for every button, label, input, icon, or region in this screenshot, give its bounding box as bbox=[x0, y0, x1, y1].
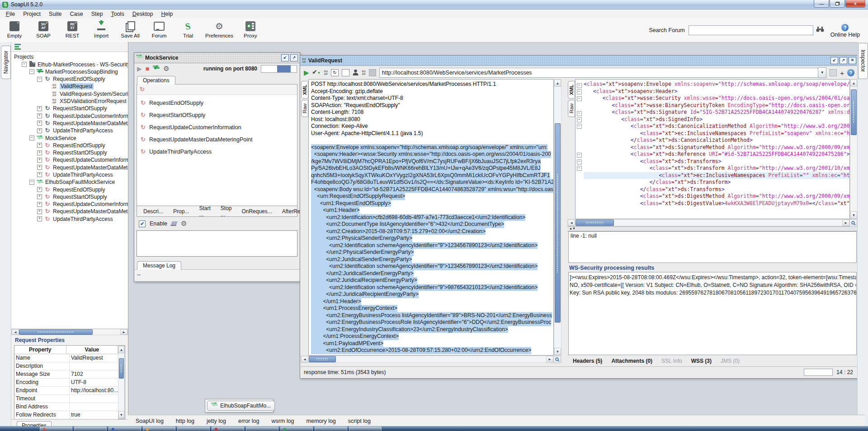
tree-item[interactable]: +↻RequestStartOfSupply bbox=[11, 149, 128, 156]
windows-taskbar[interactable] bbox=[0, 426, 868, 431]
tree-expander-icon[interactable]: + bbox=[37, 150, 42, 155]
tree-expander-icon[interactable]: + bbox=[37, 113, 42, 118]
tree-item[interactable]: +↻RequestUpdateMasterDataMeteringPoint bbox=[11, 120, 128, 127]
taskbar-button[interactable] bbox=[108, 426, 141, 431]
toolbar-save-all-button[interactable]: Save All bbox=[116, 18, 145, 38]
tree-item[interactable]: +↻RequestUpdateCustomerInformation bbox=[11, 201, 128, 208]
tree-expander-icon[interactable]: + bbox=[37, 121, 42, 126]
add-to-testcase-icon[interactable]: ✔▼ bbox=[312, 69, 321, 76]
menu-tools[interactable]: Tools bbox=[107, 11, 128, 17]
fold-icon[interactable]: − bbox=[577, 111, 582, 116]
menu-desktop[interactable]: Desktop bbox=[128, 11, 157, 17]
message-log-tab[interactable]: Message Log bbox=[137, 261, 181, 270]
fold-icon[interactable]: − bbox=[577, 83, 582, 88]
submit-request-icon[interactable]: ▶ bbox=[304, 70, 309, 76]
online-help-button[interactable]: ? Online Help bbox=[830, 24, 860, 38]
tree-expander-icon[interactable]: + bbox=[37, 143, 42, 148]
operation-icon[interactable]: ↻ bbox=[140, 87, 145, 92]
log-tab[interactable]: script log bbox=[348, 418, 371, 424]
minimize-button[interactable]: — bbox=[814, 0, 829, 8]
frame-restore-icon[interactable]: ↙ bbox=[830, 57, 838, 64]
frame-maximize-icon[interactable]: ↗ bbox=[840, 57, 847, 64]
wss-results-box[interactable]: ]><wsu:Expires>2015-08-28T08:08:00.469Z<… bbox=[568, 272, 857, 355]
tree-item[interactable]: −↻RequestEndOfSupply bbox=[11, 75, 128, 83]
tree-item[interactable]: +↻RequestStartOfSupply bbox=[11, 193, 128, 201]
menu-file[interactable]: File bbox=[2, 11, 19, 17]
fold-icon[interactable]: − bbox=[577, 117, 582, 122]
tree-item[interactable]: +↻RequestUpdateCustomerInformation bbox=[11, 156, 128, 164]
tree-expander-icon[interactable]: − bbox=[29, 136, 34, 141]
property-row[interactable]: Timeout bbox=[14, 395, 118, 403]
taskbar-button[interactable] bbox=[143, 426, 175, 431]
request-editor[interactable]: POST http://localhost:8080/WebService/se… bbox=[308, 79, 554, 356]
operation-item[interactable]: ↻RequestUpdateMasterDataMeteringPoint bbox=[137, 133, 297, 145]
log-tab[interactable]: error log bbox=[238, 418, 259, 424]
mock-script-tab[interactable]: Prop... bbox=[173, 208, 189, 215]
eraser-icon[interactable] bbox=[170, 221, 178, 226]
validation-log[interactable]: line -1: null bbox=[568, 231, 857, 263]
tree-item[interactable]: +↻RequestUpdateMasterDataMeteringPoint bbox=[11, 164, 128, 171]
menu-project[interactable]: Project bbox=[19, 11, 45, 17]
fold-icon[interactable]: − bbox=[577, 159, 582, 164]
view-tab-raw[interactable]: Raw bbox=[568, 100, 575, 117]
toolbar-soap-button[interactable]: *SOAPSOAP bbox=[29, 18, 58, 38]
request-hscrollbar[interactable]: ◄ ► bbox=[301, 356, 561, 363]
menu-suite[interactable]: Suite bbox=[45, 11, 66, 17]
fold-icon[interactable]: − bbox=[577, 96, 582, 101]
fold-icon[interactable]: − bbox=[577, 124, 582, 129]
navigator-side-tab[interactable]: Navigator bbox=[1, 46, 11, 79]
taskbar-button[interactable] bbox=[177, 426, 210, 431]
log-tab[interactable]: wsrm log bbox=[272, 418, 294, 424]
tree-expander-icon[interactable]: + bbox=[37, 165, 42, 170]
property-row[interactable]: Follow Redirectstrue bbox=[14, 411, 118, 419]
tree-item[interactable]: +↻RequestUpdateMasterDataMeteringPoint bbox=[11, 208, 128, 215]
request-help-icon[interactable]: ? bbox=[847, 69, 854, 76]
request-vscrollbar[interactable]: ▲ ▼ bbox=[554, 79, 561, 356]
toolbar-empty-button[interactable]: *Empty bbox=[0, 18, 29, 38]
tree-item[interactable]: SOAPXSDValidationErrorRequest bbox=[11, 98, 128, 105]
taskbar-button[interactable] bbox=[349, 426, 382, 431]
taskbar-button[interactable] bbox=[246, 426, 278, 431]
tree-item[interactable]: +↻RequestUpdateCustomerInformation bbox=[11, 112, 128, 119]
mock-script-tab[interactable]: OnReques... bbox=[241, 208, 272, 215]
view-tab-xml[interactable]: XML bbox=[301, 81, 308, 98]
ws-addressing-icon[interactable]: SOAP bbox=[362, 70, 366, 75]
credentials-icon[interactable] bbox=[353, 69, 359, 77]
inspector-tab[interactable]: WSS (3) bbox=[691, 358, 712, 364]
menu-help[interactable]: Help bbox=[157, 11, 177, 17]
fold-icon[interactable]: − bbox=[577, 89, 582, 94]
tree-item[interactable]: +↻RequestStartOfSupply bbox=[11, 105, 128, 112]
tree-expander-icon[interactable]: + bbox=[37, 194, 42, 199]
operations-tab[interactable]: Operations bbox=[137, 76, 175, 84]
tree-expander-icon[interactable]: + bbox=[37, 172, 42, 177]
log-tab[interactable]: http log bbox=[176, 418, 194, 424]
inspector-side-tab[interactable]: Inspector bbox=[858, 43, 868, 79]
script-options-icon[interactable]: ⚙ bbox=[181, 219, 187, 228]
toolbar-import-button[interactable]: Import bbox=[87, 18, 116, 38]
mockservice-options-icon[interactable]: ⚙ bbox=[163, 66, 169, 72]
tree-expander-icon[interactable]: + bbox=[37, 187, 42, 192]
taskbar-button[interactable] bbox=[74, 426, 107, 431]
tree-expander-icon[interactable]: + bbox=[37, 158, 42, 163]
navigator-menu-icon[interactable] bbox=[14, 43, 21, 51]
mock-script-tab[interactable]: Stop ... bbox=[221, 205, 232, 218]
response-editor[interactable]: −−−−−−−−− <class="xt">soapenv:Envelope x… bbox=[575, 79, 850, 219]
tree-item[interactable]: −MarketProcessesSoapBinding bbox=[11, 68, 128, 75]
view-tab-raw[interactable]: Raw bbox=[301, 100, 308, 117]
tree-item[interactable]: +↻UpdateThirdPartyAccess bbox=[11, 216, 128, 223]
property-row[interactable]: Message Size7102 bbox=[14, 370, 118, 379]
frame-close-icon[interactable]: ✕ bbox=[849, 57, 856, 64]
validrequest-titlebar[interactable]: SOAP ValidRequest ↙ ↗ ✕ bbox=[300, 56, 857, 66]
operation-item[interactable]: ↻RequestEndOfSupply bbox=[137, 97, 297, 109]
property-row[interactable]: Description bbox=[14, 362, 118, 370]
toolbar-trial-button[interactable]: STrial bbox=[174, 18, 203, 38]
magnifier-icon[interactable] bbox=[553, 356, 561, 363]
log-tab[interactable]: jetty log bbox=[207, 418, 226, 424]
tree-item[interactable]: +↻UpdateThirdPartyAccess bbox=[11, 127, 128, 134]
tree-item[interactable]: −MockService bbox=[11, 134, 128, 141]
inspector-tab[interactable]: Headers (5) bbox=[573, 358, 602, 364]
menu-case[interactable]: Case bbox=[66, 11, 87, 17]
enable-checkbox[interactable]: ✔ bbox=[139, 220, 146, 227]
menu-step[interactable]: Step bbox=[87, 11, 107, 17]
recreate-request-icon[interactable]: ↻ bbox=[331, 69, 339, 76]
